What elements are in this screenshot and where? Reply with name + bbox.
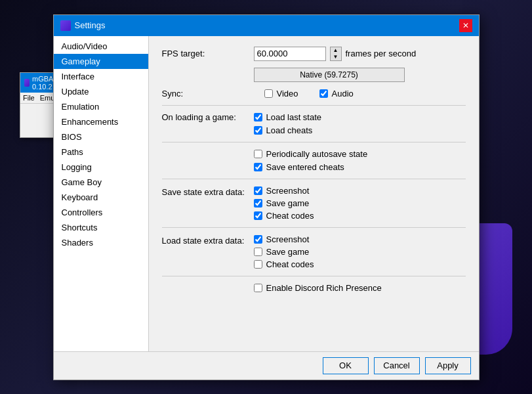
sync-row: Sync: Video Audio	[162, 89, 466, 98]
sync-audio-checkbox[interactable]	[319, 89, 328, 98]
sidebar-item-game-boy[interactable]: Game Boy	[54, 175, 148, 190]
sidebar-label-enhancements: Enhancements	[62, 117, 119, 127]
divider-5	[162, 276, 466, 276]
fps-input-group: ▲ ▼ frames per second	[254, 47, 417, 61]
load-cheats-checkbox[interactable]	[254, 126, 262, 135]
divider-3	[162, 179, 466, 179]
save-state-row: Save state extra data: Screenshot Save g…	[162, 186, 466, 221]
sidebar-item-controllers[interactable]: Controllers	[54, 205, 148, 220]
load-screenshot-checkbox[interactable]	[254, 235, 262, 244]
save-game-label[interactable]: Save game	[266, 198, 310, 208]
ok-button[interactable]: OK	[323, 357, 369, 374]
load-screenshot-label[interactable]: Screenshot	[266, 234, 310, 244]
load-last-state-row: Load last state	[254, 112, 322, 122]
sidebar-item-audio-video[interactable]: Audio/Video	[54, 39, 148, 54]
sidebar-item-paths[interactable]: Paths	[54, 144, 148, 160]
load-last-state-label[interactable]: Load last state	[266, 112, 322, 122]
sidebar-item-enhancements[interactable]: Enhancements	[54, 114, 148, 129]
load-save-game-row: Save game	[254, 247, 314, 257]
save-cheats-label[interactable]: Save entered cheats	[266, 162, 344, 172]
mgba-icon	[24, 79, 30, 87]
discord-checkbox[interactable]	[254, 284, 262, 292]
sidebar-label-keyboard: Keyboard	[62, 192, 98, 202]
autosave-label[interactable]: Periodically autosave state	[266, 149, 368, 159]
autosave-checkbox[interactable]	[254, 150, 262, 158]
on-loading-checks: Load last state Load cheats	[254, 112, 322, 135]
sidebar-item-logging[interactable]: Logging	[54, 160, 148, 175]
fps-row: FPS target: ▲ ▼ frames per second	[162, 47, 466, 61]
save-state-checks: Screenshot Save game Cheat codes	[254, 186, 314, 221]
sidebar-label-paths: Paths	[62, 147, 83, 157]
sidebar-label-controllers: Controllers	[62, 208, 103, 217]
sidebar-label-bios: BIOS	[62, 132, 82, 142]
fps-unit: frames per second	[346, 49, 417, 58]
load-save-game-checkbox[interactable]	[254, 248, 262, 256]
fps-spinner-up[interactable]: ▲	[331, 47, 341, 54]
save-cheat-codes-row: Cheat codes	[254, 211, 314, 221]
load-save-game-label[interactable]: Save game	[266, 247, 310, 257]
discord-label[interactable]: Enable Discord Rich Presence	[266, 283, 382, 293]
sidebar-label-gameplay: Gameplay	[62, 56, 100, 66]
save-state-label: Save state extra data:	[162, 186, 254, 197]
save-screenshot-checkbox[interactable]	[254, 186, 262, 195]
sidebar-label-shaders: Shaders	[62, 238, 93, 248]
divider-2	[162, 142, 466, 142]
sidebar-item-shaders[interactable]: Shaders	[54, 235, 148, 250]
divider-4	[162, 227, 466, 228]
native-button[interactable]: Native (59.7275)	[254, 68, 405, 82]
save-screenshot-label[interactable]: Screenshot	[266, 186, 310, 196]
sync-video-label[interactable]: Video	[277, 89, 298, 98]
sidebar-item-bios[interactable]: BIOS	[54, 129, 148, 144]
cancel-button[interactable]: Cancel	[374, 357, 420, 374]
sidebar-label-emulation: Emulation	[62, 102, 100, 112]
native-btn-row: Native (59.7275)	[254, 68, 466, 82]
load-state-label: Load state extra data:	[162, 234, 254, 246]
sidebar-item-update[interactable]: Update	[54, 84, 148, 99]
save-game-row: Save game	[254, 198, 314, 208]
dialog-footer: OK Cancel Apply	[54, 351, 479, 380]
load-last-state-checkbox[interactable]	[254, 113, 262, 121]
sync-audio-group: Audio	[319, 89, 354, 98]
sync-video-group: Video	[264, 89, 298, 98]
load-cheats-row: Load cheats	[254, 125, 322, 135]
sidebar-item-gameplay[interactable]: Gameplay	[54, 54, 148, 69]
load-screenshot-row: Screenshot	[254, 234, 314, 244]
sidebar-label-audio-video: Audio/Video	[62, 41, 108, 51]
sidebar-item-interface[interactable]: Interface	[54, 69, 148, 84]
dialog-titlebar: Settings ✕	[54, 15, 479, 36]
save-cheat-codes-label[interactable]: Cheat codes	[266, 211, 314, 221]
sidebar-item-emulation[interactable]: Emulation	[54, 99, 148, 114]
apply-button[interactable]: Apply	[425, 357, 471, 374]
on-loading-label: On loading a game:	[162, 112, 254, 122]
sidebar-label-update: Update	[62, 87, 89, 97]
fps-label: FPS target:	[162, 49, 254, 58]
save-cheat-codes-checkbox[interactable]	[254, 211, 262, 220]
save-cheats-checkbox[interactable]	[254, 163, 262, 171]
sidebar: Audio/Video Gameplay Interface Update Em…	[54, 36, 149, 351]
load-state-row: Load state extra data: Screenshot Save g…	[162, 234, 466, 269]
dialog-title: Settings	[75, 20, 106, 30]
mgba-menu-file[interactable]: File	[23, 94, 35, 102]
on-loading-row: On loading a game: Load last state Load …	[162, 112, 466, 135]
fps-spinner[interactable]: ▲ ▼	[330, 47, 342, 61]
load-cheat-codes-label[interactable]: Cheat codes	[266, 259, 314, 269]
sidebar-label-interface: Interface	[62, 72, 95, 81]
settings-icon	[60, 20, 71, 31]
sync-audio-label[interactable]: Audio	[332, 89, 354, 98]
sidebar-item-shortcuts[interactable]: Shortcuts	[54, 220, 148, 235]
fps-input[interactable]	[254, 47, 326, 61]
load-cheat-codes-checkbox[interactable]	[254, 260, 262, 269]
content-area: FPS target: ▲ ▼ frames per second Native…	[149, 36, 479, 351]
sidebar-label-logging: Logging	[62, 162, 92, 172]
save-game-checkbox[interactable]	[254, 199, 262, 208]
load-cheats-label[interactable]: Load cheats	[266, 125, 313, 135]
save-screenshot-row: Screenshot	[254, 186, 314, 196]
sync-video-checkbox[interactable]	[264, 89, 273, 98]
sidebar-item-keyboard[interactable]: Keyboard	[54, 190, 148, 205]
dialog-close-button[interactable]: ✕	[459, 19, 472, 32]
fps-spinner-down[interactable]: ▼	[331, 54, 341, 60]
sidebar-label-shortcuts: Shortcuts	[62, 223, 98, 232]
titlebar-left: Settings	[60, 20, 106, 31]
sidebar-label-game-boy: Game Boy	[62, 177, 102, 187]
load-cheat-codes-row: Cheat codes	[254, 259, 314, 269]
